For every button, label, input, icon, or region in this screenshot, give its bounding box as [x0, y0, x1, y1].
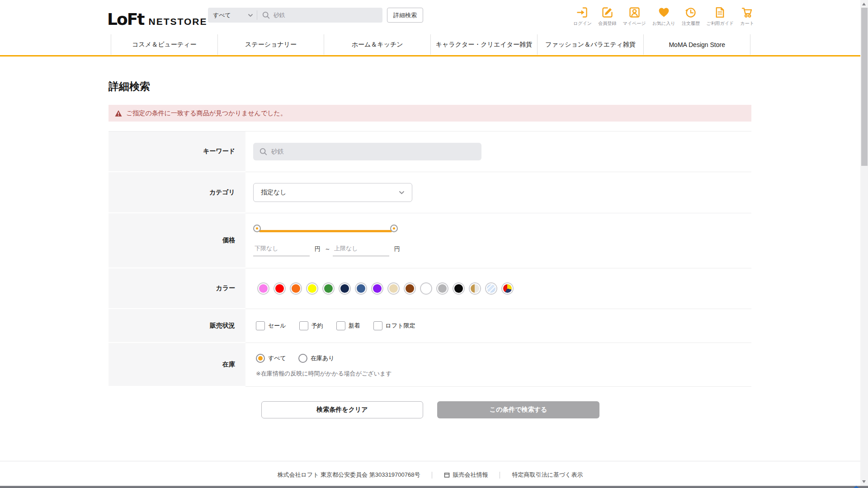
footer: 株式会社ロフト 東京都公安委員会 第303319700768号 販売会社情報 特…: [0, 471, 860, 479]
sales-status-options: セール 予約 新着 ロフト限定: [256, 321, 415, 330]
color-swatches: [258, 283, 513, 294]
color-swatch-gray[interactable]: [437, 283, 448, 294]
register-button[interactable]: 会員登録: [598, 6, 616, 27]
favorites-button[interactable]: お気に入り: [652, 6, 675, 27]
login-label: ログイン: [573, 20, 592, 27]
radio-all-label: すべて: [268, 354, 286, 362]
color-row: カラー: [108, 268, 751, 309]
nav-item-fashion-variety[interactable]: ファッション＆バラエティ雑貨: [537, 34, 644, 55]
price-controls: 下限なし 円 ～ 上限なし 円: [253, 213, 404, 256]
logo-netstore-text: NETSTORE: [148, 16, 207, 27]
register-label: 会員登録: [598, 20, 616, 27]
search-category-value: すべて: [213, 11, 248, 19]
footer-seller-info-link[interactable]: 販売会社情報: [444, 471, 488, 479]
checkbox-loft-exclusive[interactable]: ロフト限定: [373, 321, 415, 330]
color-swatch-gold-silver[interactable]: [470, 283, 480, 294]
footer-law-link[interactable]: 特定商取引法に基づく表示: [512, 471, 583, 479]
guide-button[interactable]: ご利用ガイド: [706, 6, 734, 27]
heart-icon: [657, 6, 670, 19]
detail-search-button[interactable]: 詳細検索: [387, 8, 423, 23]
color-swatch-yellow[interactable]: [307, 283, 317, 294]
radio-all-circle[interactable]: [256, 354, 265, 363]
price-row-content: 下限なし 円 ～ 上限なし 円: [245, 213, 751, 268]
keyword-row: キーワード 砂鉄: [108, 131, 751, 172]
checkbox-sale[interactable]: セール: [256, 321, 286, 330]
scrollbar-thumb[interactable]: [861, 8, 868, 166]
color-swatch-red[interactable]: [274, 283, 285, 294]
login-icon: [576, 6, 589, 19]
footer-seller-info-label: 販売会社情報: [453, 471, 488, 479]
mypage-button[interactable]: マイページ: [623, 6, 646, 27]
page-title: 詳細検索: [108, 80, 150, 94]
scrollbar-up-arrow-icon[interactable]: [862, 3, 866, 5]
color-swatch-blue[interactable]: [356, 283, 366, 294]
color-swatch-green[interactable]: [323, 283, 334, 294]
footer-separator: [500, 472, 500, 479]
price-max-unit: 円: [394, 245, 400, 253]
nav-item-home-kitchen[interactable]: ホーム＆キッチン: [324, 34, 430, 55]
footer-law-label: 特定商取引法に基づく表示: [512, 471, 583, 479]
color-label: カラー: [108, 268, 245, 309]
color-swatch-black[interactable]: [453, 283, 464, 294]
radio-in-stock[interactable]: 在庫あり: [298, 354, 335, 363]
price-inputs: 下限なし 円 ～ 上限なし 円: [253, 243, 404, 256]
scrollbar-down-arrow-icon[interactable]: [862, 480, 866, 483]
checkbox-new-arrival[interactable]: 新着: [336, 321, 360, 330]
checkbox-sale-label: セール: [268, 322, 286, 330]
color-swatch-purple[interactable]: [372, 283, 382, 294]
price-min-input[interactable]: 下限なし: [253, 243, 310, 256]
order-history-button[interactable]: 注文履歴: [682, 6, 700, 27]
price-slider-handle-max[interactable]: [391, 225, 397, 231]
nav-item-moma-design-store[interactable]: MoMA Design Store: [643, 34, 750, 55]
detail-search-button-label: 詳細検索: [393, 11, 417, 19]
favorites-label: お気に入り: [652, 20, 675, 27]
search-with-conditions-button[interactable]: この条件で検索する: [437, 401, 599, 418]
vertical-scrollbar[interactable]: [860, 0, 868, 486]
color-swatch-navy[interactable]: [340, 283, 350, 294]
loft-logo[interactable]: LoFt NETSTORE: [107, 10, 207, 28]
color-swatch-multicolor[interactable]: [502, 283, 513, 294]
radio-all[interactable]: すべて: [256, 354, 286, 363]
cart-icon: [741, 6, 754, 19]
no-results-error-banner: ご指定の条件に一致する商品が見つかりませんでした。: [108, 105, 751, 122]
nav-item-character-creator[interactable]: キャラクター・クリエイター雑貨: [430, 34, 537, 55]
nav-item-stationery[interactable]: ステーショナリー: [217, 34, 324, 55]
header-search-input[interactable]: 砂鉄: [257, 11, 382, 19]
price-min-unit: 円: [315, 245, 321, 253]
color-swatch-clear[interactable]: [486, 283, 496, 294]
color-swatch-beige[interactable]: [388, 283, 399, 294]
search-category-dropdown[interactable]: すべて: [208, 8, 257, 23]
checkbox-loft-exclusive-box[interactable]: [373, 321, 382, 330]
color-swatch-brown[interactable]: [405, 283, 415, 294]
search-icon: [262, 11, 270, 19]
checkbox-new-arrival-label: 新着: [349, 322, 360, 330]
loft-netstore-advanced-search-page: LoFt NETSTORE すべて 砂鉄 詳細検索 ロ: [0, 0, 868, 488]
price-max-input[interactable]: 上限なし: [333, 243, 389, 256]
cart-label: カート: [740, 20, 754, 27]
price-slider-track: [259, 230, 392, 232]
taskbar-accent-triangle: [854, 486, 859, 488]
nav-item-cosme-beauty[interactable]: コスメ＆ビューティー: [111, 34, 217, 55]
stock-options: すべて 在庫あり: [256, 354, 392, 363]
login-button[interactable]: ログイン: [573, 6, 592, 27]
mypage-label: マイページ: [623, 20, 646, 27]
radio-in-stock-circle[interactable]: [298, 354, 307, 363]
checkbox-new-arrival-box[interactable]: [336, 321, 345, 330]
category-select[interactable]: 指定なし: [253, 183, 412, 202]
checkbox-reservation[interactable]: 予約: [299, 321, 323, 330]
checkbox-sale-box[interactable]: [256, 321, 265, 330]
stock-row: 在庫 すべて 在庫あり ※在庫情報の反映に時間がかかる場合がございます: [108, 343, 751, 387]
price-slider-handle-min[interactable]: [254, 225, 260, 231]
search-icon: [259, 148, 267, 155]
stock-controls: すべて 在庫あり ※在庫情報の反映に時間がかかる場合がございます: [253, 343, 392, 378]
keyword-input[interactable]: 砂鉄: [253, 143, 481, 160]
brand-accent-line: [0, 55, 860, 56]
clear-conditions-button[interactable]: 検索条件をクリア: [261, 401, 423, 418]
color-swatch-pink[interactable]: [258, 283, 269, 294]
cart-button[interactable]: カート: [740, 6, 754, 27]
color-swatch-white[interactable]: [421, 283, 431, 294]
sales-status-row: 販売状況 セール 予約 新着: [108, 309, 751, 343]
checkbox-reservation-box[interactable]: [299, 321, 308, 330]
color-swatch-orange[interactable]: [291, 283, 301, 294]
storefront-icon: [444, 472, 450, 478]
